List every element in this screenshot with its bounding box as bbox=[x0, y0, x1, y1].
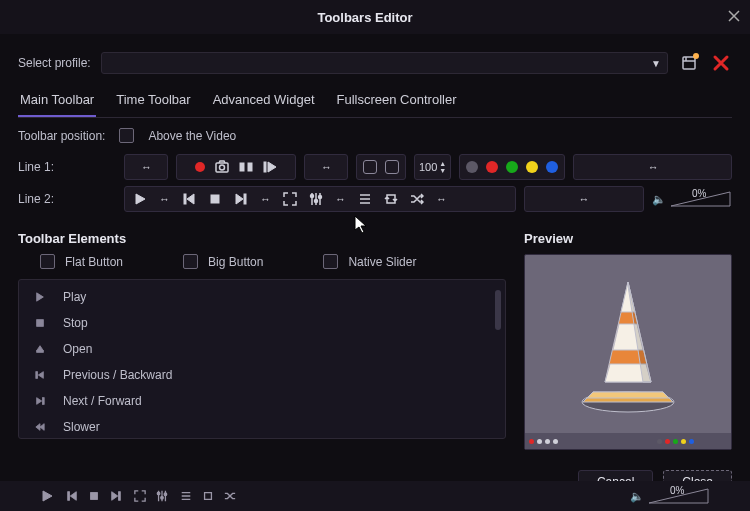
line1-speed-input[interactable]: 100 ▲▼ bbox=[414, 154, 451, 180]
player-next-button[interactable] bbox=[110, 490, 122, 502]
frame-by-frame-icon bbox=[263, 160, 277, 174]
preview-footer bbox=[525, 433, 731, 449]
vlc-cone-icon bbox=[573, 274, 683, 414]
line-2-label: Line 2: bbox=[18, 192, 116, 206]
gray-circle-icon bbox=[466, 161, 478, 173]
tab-fullscreen-controller[interactable]: Fullscreen Controller bbox=[335, 88, 459, 117]
svg-rect-12 bbox=[37, 320, 44, 327]
snapshot-icon bbox=[215, 160, 229, 174]
profile-row: Select profile: ▼ bbox=[18, 52, 732, 74]
toolbar-elements-header: Toolbar Elements bbox=[18, 231, 126, 246]
prev-icon bbox=[182, 192, 196, 206]
list-item: Next / Forward bbox=[19, 388, 505, 414]
window-close-button[interactable] bbox=[720, 9, 740, 25]
svg-rect-6 bbox=[184, 194, 186, 204]
above-video-checkbox[interactable] bbox=[119, 128, 134, 143]
volume-pct: 0% bbox=[692, 188, 706, 199]
line-1-label: Line 1: bbox=[18, 160, 116, 174]
big-button-label: Big Button bbox=[208, 255, 263, 269]
profile-select[interactable]: ▼ bbox=[101, 52, 668, 74]
svg-rect-15 bbox=[43, 398, 45, 405]
line1-expander-2[interactable]: ↔ bbox=[304, 154, 348, 180]
svg-rect-4 bbox=[248, 163, 252, 171]
profile-label: Select profile: bbox=[18, 56, 91, 70]
svg-point-9 bbox=[311, 195, 314, 198]
play-icon bbox=[35, 292, 49, 302]
svg-rect-0 bbox=[683, 57, 695, 69]
tab-main-toolbar[interactable]: Main Toolbar bbox=[18, 88, 96, 117]
prev-icon bbox=[35, 370, 49, 380]
svg-point-22 bbox=[164, 493, 167, 496]
line-2-row: Line 2: ↔ ↔ ↔ ↔ ↔ 🔈 0% bbox=[18, 183, 732, 215]
svg-rect-14 bbox=[36, 372, 38, 379]
new-profile-button[interactable] bbox=[678, 52, 700, 74]
line1-group-colors[interactable] bbox=[459, 154, 565, 180]
player-loop-button[interactable] bbox=[202, 490, 214, 502]
shuffle-icon bbox=[410, 192, 424, 206]
svg-rect-7 bbox=[211, 195, 219, 203]
above-video-label: Above the Video bbox=[148, 129, 236, 143]
svg-rect-13 bbox=[37, 351, 44, 353]
slower-icon bbox=[35, 422, 49, 432]
dropdown-caret-icon: ▼ bbox=[651, 58, 661, 69]
extended-icon bbox=[385, 160, 399, 174]
player-stop-button[interactable] bbox=[88, 490, 100, 502]
player-playlist-button[interactable] bbox=[180, 490, 192, 502]
tab-bar: Main Toolbar Time Toolbar Advanced Widge… bbox=[18, 88, 732, 118]
svg-rect-17 bbox=[68, 492, 70, 501]
tab-advanced-widget[interactable]: Advanced Widget bbox=[211, 88, 317, 117]
native-slider-checkbox[interactable] bbox=[323, 254, 338, 269]
line2-slider[interactable]: ↔ bbox=[524, 186, 644, 212]
line-1-row: Line 1: ↔ ↔ 100 ▲▼ ↔ bbox=[18, 151, 732, 183]
tab-time-toolbar[interactable]: Time Toolbar bbox=[114, 88, 192, 117]
list-item: Play bbox=[19, 284, 505, 310]
stop-icon bbox=[208, 192, 222, 206]
title-bar: Toolbars Editor bbox=[0, 0, 750, 34]
line1-group-view[interactable] bbox=[356, 154, 406, 180]
scrollbar[interactable] bbox=[495, 290, 501, 330]
playlist2-icon bbox=[358, 192, 372, 206]
list-item: Slower bbox=[19, 414, 505, 439]
red-circle-icon bbox=[486, 161, 498, 173]
big-button-checkbox[interactable] bbox=[183, 254, 198, 269]
line1-expander-1[interactable]: ↔ bbox=[124, 154, 168, 180]
speaker-icon: 🔈 bbox=[630, 490, 644, 503]
play-icon bbox=[133, 192, 147, 206]
line2-volume[interactable]: 🔈 0% bbox=[652, 190, 732, 208]
native-slider-label: Native Slider bbox=[348, 255, 416, 269]
preview-panel bbox=[524, 254, 732, 450]
list-item: Stop bbox=[19, 310, 505, 336]
player-bar: 🔈 0% bbox=[0, 481, 750, 511]
player-equalizer-button[interactable] bbox=[156, 490, 168, 502]
stop-icon bbox=[35, 318, 49, 328]
player-volume[interactable]: 🔈 0% bbox=[630, 487, 710, 505]
record-icon bbox=[195, 162, 205, 172]
next-icon bbox=[35, 396, 49, 406]
player-volume-pct: 0% bbox=[670, 485, 684, 496]
svg-point-11 bbox=[319, 196, 322, 199]
atob-loop-icon bbox=[239, 160, 253, 174]
element-list[interactable]: Play Stop Open Previous / Backward Next … bbox=[18, 279, 506, 439]
speed-value: 100 bbox=[419, 161, 437, 173]
flat-button-label: Flat Button bbox=[65, 255, 123, 269]
player-shuffle-button[interactable] bbox=[224, 490, 236, 502]
player-fullscreen-button[interactable] bbox=[134, 490, 146, 502]
player-play-button[interactable] bbox=[40, 489, 54, 503]
preview-header: Preview bbox=[524, 231, 732, 246]
playlist-icon bbox=[363, 160, 377, 174]
svg-point-21 bbox=[161, 496, 164, 499]
yellow-circle-icon bbox=[526, 161, 538, 173]
line1-expander-3[interactable]: ↔ bbox=[573, 154, 732, 180]
toolbar-position-label: Toolbar position: bbox=[18, 129, 105, 143]
player-prev-button[interactable] bbox=[66, 490, 78, 502]
delete-profile-button[interactable] bbox=[710, 52, 732, 74]
flat-button-checkbox[interactable] bbox=[40, 254, 55, 269]
green-circle-icon bbox=[506, 161, 518, 173]
blue-circle-icon bbox=[546, 161, 558, 173]
line1-group-rec[interactable] bbox=[176, 154, 296, 180]
line2-group[interactable]: ↔ ↔ ↔ ↔ bbox=[124, 186, 516, 212]
speaker-icon: 🔈 bbox=[652, 193, 666, 206]
loop-icon bbox=[384, 192, 398, 206]
next-icon bbox=[234, 192, 248, 206]
toolbar-position-row: Toolbar position: Above the Video bbox=[18, 118, 732, 151]
